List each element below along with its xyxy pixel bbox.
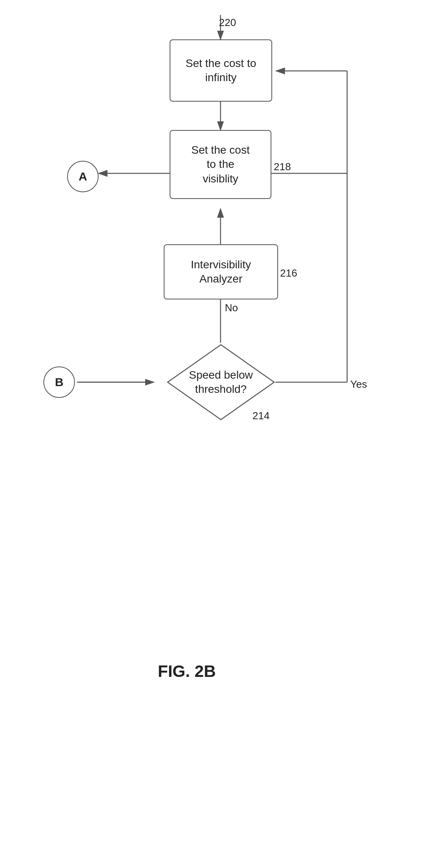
intervisibility-box: IntervisibilityAnalyzer <box>164 244 278 299</box>
set-cost-infinity-label: Set the cost to infinity <box>170 56 271 85</box>
label-214: 214 <box>252 410 269 422</box>
label-220: 220 <box>219 17 236 29</box>
connector-b: B <box>43 366 75 398</box>
no-label: No <box>225 302 238 314</box>
figure-caption: FIG. 2B <box>158 662 216 681</box>
set-cost-visibility-box: Set the costto thevisiblity <box>170 130 271 199</box>
speed-threshold-label: Speed belowthreshold? <box>189 368 253 397</box>
intervisibility-label: IntervisibilityAnalyzer <box>191 258 251 286</box>
connector-a-label: A <box>78 170 87 183</box>
label-218: 218 <box>274 161 291 173</box>
set-cost-visibility-label: Set the costto thevisiblity <box>191 143 250 186</box>
connector-a: A <box>67 161 99 192</box>
yes-label: Yes <box>350 378 367 390</box>
set-cost-infinity-box: Set the cost to infinity <box>170 39 272 102</box>
label-216: 216 <box>280 267 297 279</box>
connector-b-label: B <box>55 375 64 389</box>
diagram-container: Set the cost to infinity 220 Set the cos… <box>0 0 441 868</box>
